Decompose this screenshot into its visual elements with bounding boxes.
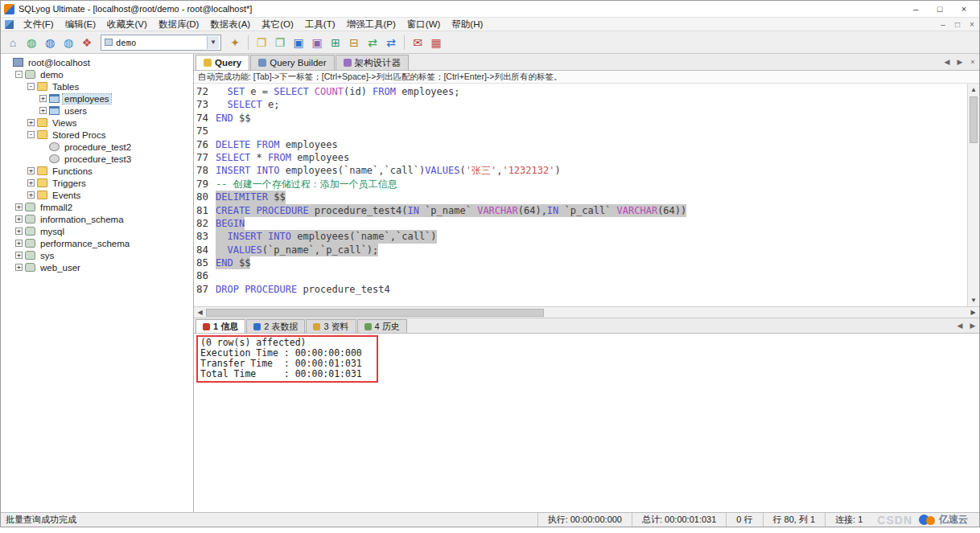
- tree-item[interactable]: root@localhost: [1, 56, 193, 68]
- menu-item[interactable]: 其它(O): [256, 18, 299, 31]
- code-line[interactable]: 85END $$: [194, 256, 967, 269]
- import-data-icon[interactable]: ⊞: [327, 34, 344, 51]
- menu-item[interactable]: 数据库(D): [153, 18, 204, 31]
- code-line[interactable]: 84 VALUES(`p_name`,`p_call`);: [194, 244, 967, 256]
- restore-database-icon[interactable]: ▣: [308, 34, 326, 51]
- code-line[interactable]: 86: [194, 269, 967, 282]
- tree-item[interactable]: procedure_test3: [1, 153, 193, 165]
- code-line[interactable]: 74END $$: [194, 112, 967, 125]
- schema-sync-icon[interactable]: ⇄: [364, 34, 381, 51]
- code-line[interactable]: 72 SET e = SELECT COUNT(id) FROM employe…: [194, 85, 967, 98]
- minimize-button[interactable]: –: [904, 2, 928, 16]
- expand-icon[interactable]: +: [39, 95, 47, 102]
- tree-item[interactable]: -Stored Procs: [1, 129, 193, 141]
- code-line[interactable]: 80DELIMITER $$: [194, 191, 967, 203]
- code-line[interactable]: 75: [194, 125, 967, 137]
- new-connection-icon[interactable]: ◍: [23, 34, 40, 51]
- menu-item[interactable]: 数据表(A): [204, 18, 256, 31]
- expand-icon[interactable]: +: [27, 119, 35, 126]
- tree-item[interactable]: +information_schema: [1, 213, 193, 225]
- menu-item[interactable]: 收藏夹(V): [101, 18, 153, 31]
- tree-item[interactable]: +sys: [1, 249, 193, 261]
- tree-item[interactable]: -Tables: [1, 80, 193, 92]
- expand-icon[interactable]: +: [39, 107, 47, 114]
- code-line[interactable]: 81CREATE PROCEDURE procedure_test4(IN `p…: [194, 204, 967, 217]
- scroll-right-icon[interactable]: ▶: [967, 309, 979, 316]
- expand-icon[interactable]: +: [27, 191, 35, 199]
- tree-item[interactable]: +fmmall2: [1, 201, 193, 213]
- collapse-icon[interactable]: -: [27, 83, 35, 90]
- scroll-up-icon[interactable]: ▲: [968, 84, 979, 96]
- user-manager-icon[interactable]: ✦: [226, 34, 244, 51]
- tab-table-data[interactable]: 2 表数据: [246, 319, 305, 333]
- copy-database-icon[interactable]: ❐: [253, 34, 270, 51]
- expand-icon[interactable]: +: [15, 264, 23, 271]
- tab-query-builder[interactable]: Query Builder: [250, 55, 334, 70]
- mdi-restore-button[interactable]: □: [950, 20, 965, 29]
- sql-editor-lines[interactable]: 72 SET e = SELECT COUNT(id) FROM employe…: [194, 84, 967, 306]
- mdi-minimize-button[interactable]: –: [936, 20, 950, 29]
- code-line[interactable]: 83 INSERT INTO employees(`name`,`call`): [194, 230, 967, 243]
- tab-result[interactable]: 3 资料: [306, 319, 356, 333]
- expand-icon[interactable]: +: [15, 215, 23, 223]
- horizontal-scroll-thumb[interactable]: [206, 309, 544, 317]
- code-line[interactable]: 87DROP PROCEDURE procedure_test4: [194, 283, 967, 296]
- tree-item[interactable]: +web_user: [1, 261, 193, 273]
- vertical-scroll-thumb[interactable]: [970, 96, 978, 143]
- database-selector[interactable]: demo ▼: [101, 35, 221, 51]
- result-tab-scroll-right-icon[interactable]: ▶: [966, 322, 979, 330]
- menu-item[interactable]: 工具(T): [299, 18, 341, 31]
- tree-item[interactable]: procedure_test2: [1, 141, 193, 153]
- expand-icon[interactable]: +: [15, 203, 23, 211]
- tab-scroll-right-icon[interactable]: ▶: [953, 58, 966, 66]
- backup-database-icon[interactable]: ▣: [290, 34, 307, 51]
- tree-item[interactable]: +performance_schema: [1, 237, 193, 249]
- schema-designer-toolbar-icon[interactable]: ▦: [427, 34, 445, 51]
- editor-vertical-scrollbar[interactable]: ▲ ▼: [967, 84, 979, 306]
- code-line[interactable]: 82BEGIN: [194, 217, 967, 230]
- menu-item[interactable]: 窗口(W): [401, 18, 447, 31]
- tree-item[interactable]: +Events: [1, 189, 193, 201]
- menu-item[interactable]: 帮助(H): [446, 18, 488, 31]
- web-client-icon[interactable]: ◍: [41, 34, 59, 51]
- editor-horizontal-scrollbar[interactable]: ◀ ▶: [194, 307, 979, 318]
- code-line[interactable]: 79-- 创建一个存储过程：添加一个员工信息: [194, 178, 967, 191]
- tab-info[interactable]: 1 信息: [196, 319, 245, 333]
- chevron-down-icon[interactable]: ▼: [207, 36, 219, 49]
- connection-manager-icon[interactable]: ⌂: [4, 34, 22, 51]
- tab-schema-designer[interactable]: 架构设计器: [336, 55, 410, 70]
- expand-icon[interactable]: +: [27, 179, 35, 187]
- tree-item[interactable]: +Views: [1, 117, 193, 129]
- refresh-connection-icon[interactable]: ◍: [60, 34, 77, 51]
- tree-item[interactable]: +users: [1, 105, 193, 117]
- tree-item[interactable]: +Triggers: [1, 177, 193, 189]
- code-line[interactable]: 76DELETE FROM employees: [194, 138, 967, 151]
- favorites-icon[interactable]: ❖: [78, 34, 96, 51]
- menu-item[interactable]: 编辑(E): [60, 18, 101, 31]
- expand-icon[interactable]: +: [15, 252, 23, 259]
- tab-history[interactable]: 4 历史: [357, 319, 407, 333]
- close-button[interactable]: ×: [952, 2, 976, 16]
- expand-icon[interactable]: +: [27, 167, 35, 174]
- collapse-icon[interactable]: -: [15, 71, 23, 78]
- maximize-button[interactable]: □: [928, 2, 952, 16]
- result-tab-scroll-left-icon[interactable]: ◀: [953, 322, 966, 330]
- data-sync-icon[interactable]: ⇄: [382, 34, 400, 51]
- expand-icon[interactable]: +: [15, 240, 23, 247]
- tree-item[interactable]: +mysql: [1, 225, 193, 237]
- export-data-icon[interactable]: ⊟: [345, 34, 363, 51]
- tree-item[interactable]: +employees: [1, 92, 193, 105]
- copy-table-icon[interactable]: ❐: [271, 34, 289, 51]
- menu-item[interactable]: 文件(F): [18, 18, 60, 31]
- menu-item[interactable]: 增强工具(P): [340, 18, 401, 31]
- tree-item[interactable]: -demo: [1, 68, 193, 80]
- expand-icon[interactable]: +: [15, 228, 23, 235]
- code-line[interactable]: 73 SELECT e;: [194, 98, 967, 111]
- tab-close-icon[interactable]: ×: [966, 58, 979, 66]
- tab-query[interactable]: Query: [196, 55, 249, 70]
- scroll-left-icon[interactable]: ◀: [194, 309, 206, 316]
- collapse-icon[interactable]: -: [27, 131, 35, 138]
- tree-item[interactable]: +Functions: [1, 165, 193, 177]
- mdi-close-button[interactable]: ×: [965, 20, 979, 29]
- tab-scroll-left-icon[interactable]: ◀: [941, 58, 953, 66]
